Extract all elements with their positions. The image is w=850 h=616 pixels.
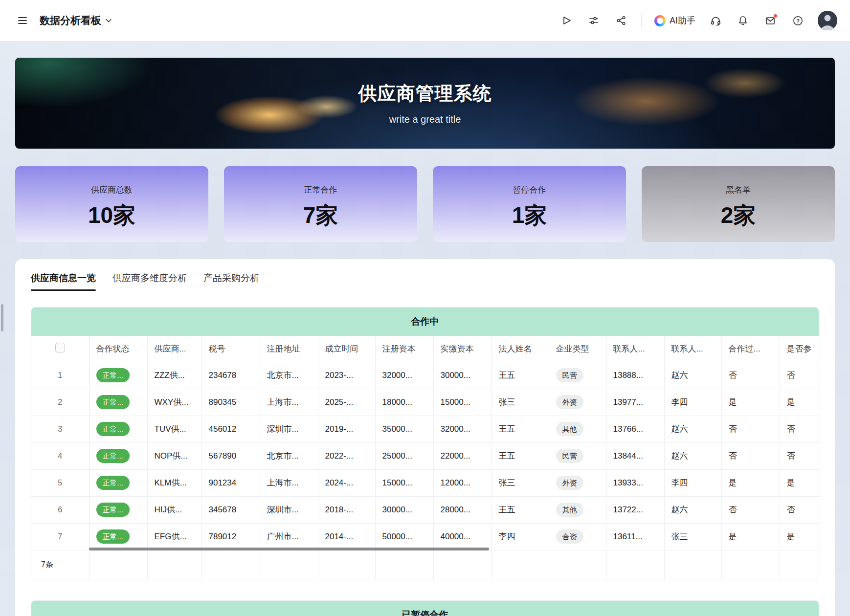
- column-header[interactable]: 合作状态: [89, 336, 147, 362]
- cell[interactable]: 12000...: [433, 469, 492, 496]
- cell[interactable]: 32000...: [433, 416, 492, 442]
- column-header[interactable]: 企业类型: [549, 336, 606, 362]
- cell[interactable]: 赵六: [664, 442, 721, 469]
- column-header[interactable]: 注册地址: [260, 336, 318, 362]
- cell[interactable]: 否: [721, 496, 780, 523]
- row-number[interactable]: 7: [31, 523, 89, 550]
- table-row[interactable]: 5正常...KLM供...901234上海市...2024-...15000..…: [31, 469, 820, 496]
- cell[interactable]: 其他: [549, 496, 606, 523]
- cell[interactable]: ZZZ供...: [147, 362, 201, 389]
- cell[interactable]: HIJ供...: [147, 496, 201, 523]
- cell[interactable]: 民营: [549, 362, 606, 389]
- cell[interactable]: 赵六: [664, 496, 721, 523]
- cell[interactable]: 上海市...: [260, 389, 318, 416]
- cell[interactable]: 是: [721, 523, 780, 550]
- cell[interactable]: 外资: [549, 389, 606, 416]
- column-header[interactable]: 供应商...: [147, 336, 201, 362]
- cell[interactable]: 张三: [492, 389, 549, 416]
- cell[interactable]: 否: [780, 496, 820, 523]
- cell[interactable]: 890345: [201, 389, 260, 416]
- cell[interactable]: 13722...: [606, 496, 664, 523]
- table-row[interactable]: 3正常...TUV供...456012深圳市...2019-...35000..…: [31, 416, 820, 442]
- cell[interactable]: EFG供...: [147, 523, 201, 550]
- cell[interactable]: 901234: [201, 469, 260, 496]
- cell[interactable]: 李四: [664, 469, 721, 496]
- cell[interactable]: 正常...: [89, 469, 147, 496]
- table-row[interactable]: 7正常...EFG供...789012广州市...2014-...50000..…: [31, 523, 820, 550]
- column-header[interactable]: 法人姓名: [492, 336, 549, 362]
- cell[interactable]: 2025-...: [318, 389, 375, 416]
- cell[interactable]: 张三: [664, 523, 721, 550]
- column-header[interactable]: 实缴资本: [433, 336, 492, 362]
- cell[interactable]: 王五: [492, 416, 549, 442]
- cell[interactable]: 赵六: [664, 416, 721, 442]
- cell[interactable]: WXY供...: [147, 389, 201, 416]
- cell[interactable]: 是: [780, 469, 820, 496]
- select-all-checkbox[interactable]: [55, 343, 65, 352]
- cell[interactable]: 456012: [201, 416, 260, 442]
- cell[interactable]: 王五: [492, 496, 549, 523]
- cell[interactable]: 否: [780, 362, 820, 389]
- cell[interactable]: 正常...: [89, 416, 147, 442]
- cell[interactable]: 30000...: [375, 496, 433, 523]
- cell[interactable]: 赵六: [664, 362, 721, 389]
- stat-card-normal-cooperation[interactable]: 正常合作 7家: [224, 166, 417, 242]
- cell[interactable]: 北京市...: [260, 442, 318, 469]
- cell[interactable]: 2024-...: [318, 469, 375, 496]
- table-row[interactable]: 2正常...WXY供...890345上海市...2025-...18000..…: [31, 389, 820, 416]
- cell[interactable]: 否: [780, 442, 820, 469]
- cell[interactable]: 是: [780, 389, 820, 416]
- cell[interactable]: 是: [721, 469, 780, 496]
- cell[interactable]: 否: [780, 416, 820, 442]
- cell[interactable]: 外资: [549, 469, 606, 496]
- notification-bell-icon[interactable]: [736, 13, 750, 28]
- cell[interactable]: 上海市...: [260, 469, 318, 496]
- cell[interactable]: 15000...: [433, 389, 492, 416]
- column-header[interactable]: 成立时间: [318, 336, 375, 362]
- cell[interactable]: 30000...: [433, 362, 492, 389]
- stat-card-blacklist[interactable]: 黑名单 2家: [642, 166, 835, 242]
- cell[interactable]: 13977...: [606, 389, 664, 416]
- cell[interactable]: 13766...: [606, 416, 664, 442]
- cell[interactable]: 2018-...: [318, 496, 375, 523]
- cell[interactable]: 正常...: [89, 389, 147, 416]
- cell[interactable]: 13611...: [606, 523, 664, 550]
- cell[interactable]: 否: [721, 416, 780, 442]
- column-header[interactable]: 税号: [201, 336, 260, 362]
- cell[interactable]: TUV供...: [147, 416, 201, 442]
- column-header[interactable]: 是否参: [780, 336, 820, 362]
- column-header[interactable]: 注册资本: [375, 336, 433, 362]
- hamburger-menu-icon[interactable]: [15, 13, 30, 28]
- row-number[interactable]: 2: [31, 389, 89, 416]
- tab-product-purchase-analysis[interactable]: 产品采购分析: [203, 272, 259, 291]
- share-icon[interactable]: [614, 13, 628, 28]
- cell[interactable]: 13844...: [606, 442, 664, 469]
- cell[interactable]: 15000...: [375, 469, 433, 496]
- cell[interactable]: 22000...: [433, 442, 492, 469]
- cell[interactable]: 18000...: [375, 389, 433, 416]
- cell[interactable]: 否: [721, 362, 780, 389]
- cell[interactable]: 正常...: [89, 496, 147, 523]
- column-header[interactable]: 合作过...: [721, 336, 780, 362]
- settings-sliders-icon[interactable]: [586, 13, 601, 28]
- cell[interactable]: 2022-...: [318, 442, 375, 469]
- cell[interactable]: 王五: [492, 442, 549, 469]
- row-number[interactable]: 1: [31, 362, 89, 389]
- cell[interactable]: KLM供...: [147, 469, 201, 496]
- cell[interactable]: 25000...: [375, 442, 433, 469]
- cell[interactable]: 民营: [549, 442, 606, 469]
- cell[interactable]: 234678: [201, 362, 260, 389]
- cell[interactable]: 否: [721, 442, 780, 469]
- cell[interactable]: 是: [780, 523, 820, 550]
- play-icon[interactable]: [559, 13, 574, 28]
- table-row[interactable]: 6正常...HIJ供...345678深圳市...2018-...30000..…: [31, 496, 820, 523]
- user-avatar[interactable]: [818, 11, 837, 30]
- cell[interactable]: 567890: [201, 442, 260, 469]
- cell[interactable]: 王五: [492, 362, 549, 389]
- cell[interactable]: 正常...: [89, 362, 147, 389]
- tab-supplier-overview[interactable]: 供应商信息一览: [31, 272, 96, 291]
- cell[interactable]: 13933...: [606, 469, 664, 496]
- cell[interactable]: 张三: [492, 469, 549, 496]
- ai-assistant-button[interactable]: AI助手: [654, 15, 695, 26]
- cell[interactable]: 35000...: [375, 416, 433, 442]
